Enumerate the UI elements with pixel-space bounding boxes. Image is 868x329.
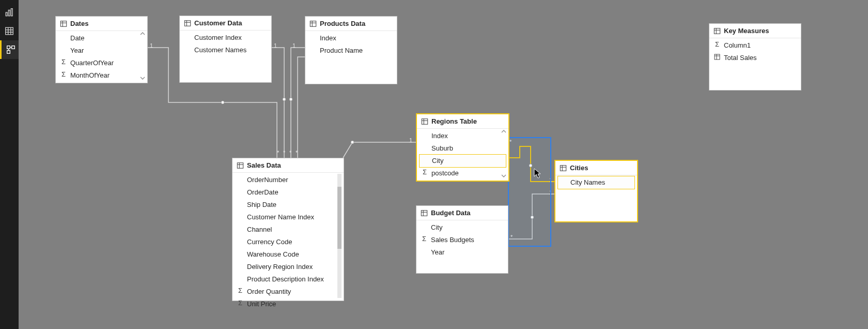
svg-point-16 bbox=[351, 141, 354, 144]
sigma-icon: Σ bbox=[714, 40, 721, 49]
table-cities[interactable]: Cities City Names bbox=[554, 160, 638, 222]
table-header[interactable]: Dates bbox=[56, 17, 147, 31]
sigma-icon: Σ bbox=[237, 287, 244, 295]
table-title: Budget Data bbox=[431, 209, 471, 217]
table-header[interactable]: Customer Data bbox=[180, 16, 271, 31]
svg-rect-9 bbox=[12, 46, 15, 49]
sigma-icon: Σ bbox=[60, 70, 67, 79]
cardinality-one: 1 bbox=[292, 42, 296, 49]
svg-rect-1 bbox=[8, 10, 10, 16]
table-budget-data[interactable]: Budget Data City ΣSales Budgets Year bbox=[416, 205, 508, 274]
cardinality-one: 1 bbox=[150, 42, 153, 49]
field-warehouse-code[interactable]: Warehouse Code bbox=[233, 248, 344, 261]
cardinality-many: * bbox=[283, 149, 285, 156]
cardinality-many: * bbox=[296, 149, 298, 156]
table-sales-data[interactable]: Sales Data OrderNumber OrderDate Ship Da… bbox=[232, 158, 344, 301]
svg-rect-0 bbox=[6, 12, 7, 16]
table-icon bbox=[184, 20, 191, 27]
nav-data-view[interactable] bbox=[0, 22, 19, 40]
svg-rect-8 bbox=[7, 46, 10, 49]
field-customer-names[interactable]: Customer Names bbox=[180, 44, 271, 56]
table-header[interactable]: Key Measures bbox=[709, 24, 801, 38]
field-ship-date[interactable]: Ship Date bbox=[233, 199, 344, 211]
nav-report-view[interactable] bbox=[0, 3, 19, 22]
field-currency-code[interactable]: Currency Code bbox=[233, 236, 344, 248]
field-index[interactable]: Index bbox=[417, 130, 508, 142]
field-delivery-region-index[interactable]: Delivery Region Index bbox=[233, 261, 344, 273]
field-year[interactable]: Year bbox=[416, 246, 508, 259]
field-customer-name-index[interactable]: Customer Name Index bbox=[233, 211, 344, 223]
table-regions-table[interactable]: Regions Table Index Suburb City Σpostcod… bbox=[416, 113, 509, 182]
field-year[interactable]: Year bbox=[56, 44, 147, 57]
field-city[interactable]: City bbox=[419, 154, 506, 168]
measure-icon bbox=[714, 53, 721, 61]
table-title: Customer Data bbox=[194, 19, 242, 27]
nav-model-view[interactable] bbox=[0, 40, 20, 59]
svg-point-13 bbox=[221, 101, 224, 104]
table-title: Sales Data bbox=[247, 161, 281, 169]
field-product-name[interactable]: Product Name bbox=[305, 44, 397, 57]
table-dates[interactable]: Dates Date Year ΣQuarterOfYear ΣMonthOfY… bbox=[55, 16, 148, 83]
bar-chart-icon bbox=[5, 8, 14, 17]
field-city-names[interactable]: City Names bbox=[557, 176, 635, 189]
table-header[interactable]: Sales Data bbox=[233, 158, 344, 173]
model-icon bbox=[6, 45, 16, 54]
table-header[interactable]: Products Data bbox=[305, 17, 397, 31]
scroll-up-icon[interactable] bbox=[500, 129, 507, 134]
field-quarterofyear[interactable]: ΣQuarterOfYear bbox=[56, 57, 147, 69]
cardinality-many: * bbox=[289, 149, 291, 156]
table-header[interactable]: Budget Data bbox=[416, 206, 508, 220]
svg-rect-3 bbox=[6, 27, 13, 35]
svg-point-15 bbox=[289, 98, 292, 101]
field-unit-price[interactable]: ΣUnit Price bbox=[233, 298, 344, 310]
cardinality-one: 1 bbox=[409, 137, 412, 143]
field-total-sales[interactable]: Total Sales bbox=[709, 52, 801, 64]
table-icon bbox=[421, 210, 428, 217]
cardinality-many: * bbox=[277, 149, 279, 156]
table-products-data[interactable]: Products Data Index Product Name bbox=[305, 16, 397, 84]
field-product-description-index[interactable]: Product Description Index bbox=[233, 273, 344, 286]
field-order-quantity[interactable]: ΣOrder Quantity bbox=[233, 286, 344, 298]
sigma-icon: Σ bbox=[421, 235, 428, 243]
sigma-icon: Σ bbox=[60, 58, 67, 66]
field-sales-budgets[interactable]: ΣSales Budgets bbox=[416, 234, 508, 246]
table-icon bbox=[5, 26, 14, 36]
scroll-up-icon[interactable] bbox=[139, 31, 146, 36]
field-postcode[interactable]: Σpostcode bbox=[417, 167, 508, 180]
scroll-down-icon[interactable] bbox=[139, 76, 146, 81]
scroll-down-icon[interactable] bbox=[500, 173, 507, 178]
field-index[interactable]: Index bbox=[305, 32, 397, 44]
model-canvas[interactable]: 1 1 1 * * * * 1 * 1 1 * Dates Date Year … bbox=[19, 0, 868, 329]
table-icon bbox=[237, 162, 244, 169]
field-city[interactable]: City bbox=[416, 221, 508, 234]
field-channel[interactable]: Channel bbox=[233, 223, 344, 236]
table-header[interactable]: Regions Table bbox=[417, 114, 508, 129]
field-orderdate[interactable]: OrderDate bbox=[233, 186, 344, 199]
table-icon bbox=[309, 20, 317, 27]
svg-point-14 bbox=[283, 98, 286, 101]
table-icon bbox=[560, 165, 567, 172]
svg-rect-34 bbox=[421, 210, 427, 216]
svg-rect-10 bbox=[7, 51, 10, 54]
svg-rect-25 bbox=[310, 21, 316, 26]
table-header[interactable]: Cities bbox=[555, 161, 637, 175]
left-nav-bar bbox=[0, 0, 19, 329]
drag-selection-rect bbox=[508, 137, 551, 247]
svg-rect-22 bbox=[184, 20, 190, 26]
svg-rect-40 bbox=[714, 28, 720, 34]
sigma-icon: Σ bbox=[421, 168, 428, 176]
field-customer-index[interactable]: Customer Index bbox=[180, 32, 271, 44]
svg-rect-2 bbox=[11, 9, 12, 16]
table-title: Cities bbox=[570, 164, 588, 172]
table-icon bbox=[714, 27, 721, 35]
svg-rect-31 bbox=[237, 162, 243, 168]
field-ordernumber[interactable]: OrderNumber bbox=[233, 174, 344, 186]
table-title: Dates bbox=[70, 20, 88, 27]
field-monthofyear[interactable]: ΣMonthOfYear bbox=[56, 69, 147, 82]
field-column1[interactable]: ΣColumn1 bbox=[709, 39, 801, 52]
table-title: Key Measures bbox=[724, 27, 769, 35]
table-customer-data[interactable]: Customer Data Customer Index Customer Na… bbox=[179, 16, 272, 83]
field-suburb[interactable]: Suburb bbox=[417, 142, 508, 155]
field-date[interactable]: Date bbox=[56, 32, 147, 44]
table-key-measures[interactable]: Key Measures ΣColumn1 Total Sales bbox=[709, 23, 801, 91]
